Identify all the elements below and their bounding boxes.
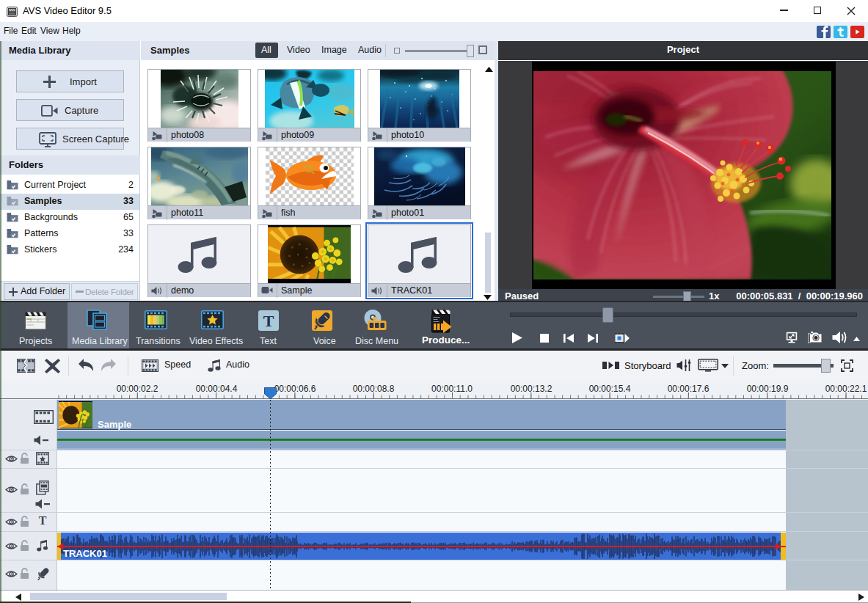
svg-text:T: T: [263, 312, 274, 330]
svg-text:T: T: [39, 515, 47, 526]
